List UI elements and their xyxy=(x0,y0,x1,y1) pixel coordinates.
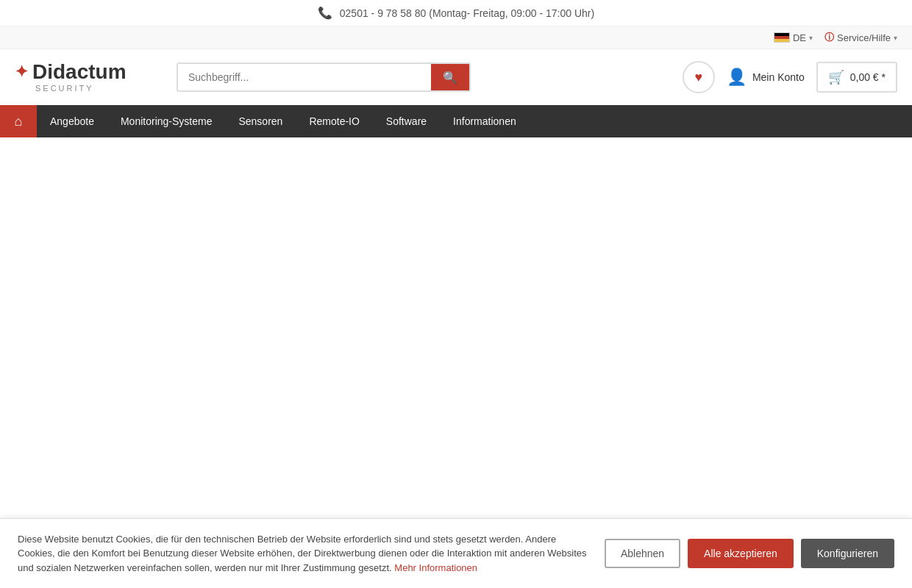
nav-item-sensoren[interactable]: Sensoren xyxy=(225,105,296,137)
search-button[interactable]: 🔍 xyxy=(431,64,469,90)
top-bar: 📞 02501 - 9 78 58 80 (Montag- Freitag, 0… xyxy=(0,0,912,26)
search-input[interactable] xyxy=(178,64,431,90)
home-icon: ⌂ xyxy=(15,114,23,129)
service-label: Service/Hilfe xyxy=(837,32,891,43)
language-selector[interactable]: DE ▾ xyxy=(774,32,813,43)
cookie-reject-button[interactable]: Ablehnen xyxy=(605,539,680,568)
nav-item-remote-io[interactable]: Remote-IO xyxy=(296,105,372,137)
cart-total: 0,00 € * xyxy=(850,71,886,83)
search-area: 🔍 xyxy=(177,62,668,92)
phone-icon: 📞 xyxy=(318,7,332,19)
logo: ✦ Didactum SECURITY xyxy=(15,62,162,93)
nav-item-software[interactable]: Software xyxy=(373,105,440,137)
logo-sub-text: SECURITY xyxy=(35,84,94,93)
help-circle-icon: ⓘ xyxy=(824,31,834,44)
header: ✦ Didactum SECURITY 🔍 ♥ 👤 Mein Konto 🛒 0… xyxy=(0,49,912,105)
search-icon: 🔍 xyxy=(443,71,457,85)
logo-text: ✦ Didactum xyxy=(15,62,127,82)
cookie-bar: Diese Website benutzt Cookies, die für d… xyxy=(0,518,912,589)
main-content xyxy=(0,137,912,476)
account-button[interactable]: 👤 Mein Konto xyxy=(727,68,805,87)
wishlist-button[interactable]: ♥ xyxy=(683,61,715,93)
cart-button[interactable]: 🛒 0,00 € * xyxy=(816,62,897,93)
cookie-text: Diese Website benutzt Cookies, die für d… xyxy=(18,532,587,576)
nav-home-button[interactable]: ⌂ xyxy=(0,105,37,137)
lang-chevron-icon: ▾ xyxy=(809,34,813,42)
utility-bar: DE ▾ ⓘ Service/Hilfe ▾ xyxy=(0,26,912,49)
cookie-buttons: Ablehnen Alle akzeptieren Konfigurieren xyxy=(605,539,894,568)
phone-text: 02501 - 9 78 58 80 (Montag- Freitag, 09:… xyxy=(340,7,594,19)
service-help-link[interactable]: ⓘ Service/Hilfe ▾ xyxy=(824,31,897,44)
cookie-more-link[interactable]: Mehr Informationen xyxy=(394,562,477,573)
cart-icon: 🛒 xyxy=(828,69,844,85)
nav-item-monitoring-systeme[interactable]: Monitoring-Systeme xyxy=(107,105,226,137)
cookie-configure-button[interactable]: Konfigurieren xyxy=(801,539,894,568)
nav-item-informationen[interactable]: Informationen xyxy=(440,105,530,137)
nav-item-angebote[interactable]: Angebote xyxy=(37,105,107,137)
header-actions: ♥ 👤 Mein Konto 🛒 0,00 € * xyxy=(683,61,897,93)
account-label: Mein Konto xyxy=(752,71,805,83)
lang-label: DE xyxy=(793,32,806,43)
search-box: 🔍 xyxy=(177,62,471,92)
heart-icon: ♥ xyxy=(695,70,703,85)
main-nav: ⌂ Angebote Monitoring-Systeme Sensoren R… xyxy=(0,105,912,137)
cookie-accept-all-button[interactable]: Alle akzeptieren xyxy=(688,539,794,568)
logo-star-icon: ✦ xyxy=(15,64,28,80)
service-chevron-icon: ▾ xyxy=(894,34,897,42)
flag-de-icon xyxy=(774,32,790,43)
logo-area[interactable]: ✦ Didactum SECURITY xyxy=(15,62,162,93)
account-icon: 👤 xyxy=(727,68,747,87)
